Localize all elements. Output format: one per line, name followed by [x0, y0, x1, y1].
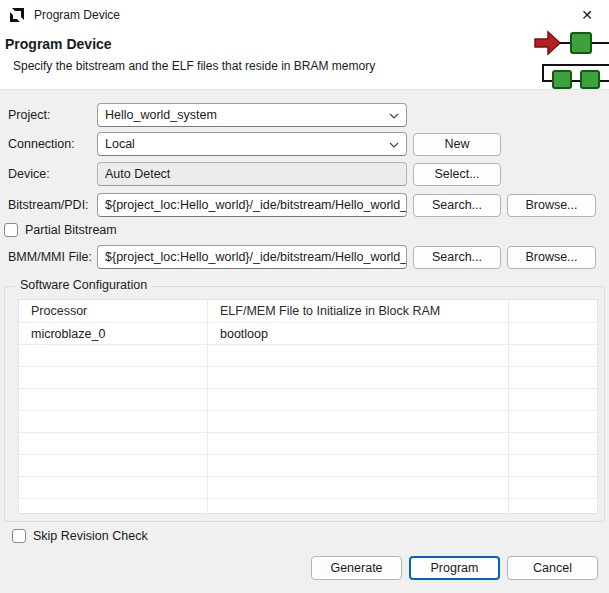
bitstream-input[interactable]: ${project_loc:Hello_world}/_ide/bitstrea…: [97, 193, 407, 217]
table-cell[interactable]: [19, 455, 208, 477]
dialog-body: Project: Hello_world_system Connection: …: [0, 90, 609, 545]
partial-bitstream-row: Partial Bitstream: [4, 221, 605, 239]
table-cell[interactable]: [208, 477, 509, 499]
bmm-label: BMM/MMI File:: [8, 250, 97, 264]
table-cell[interactable]: [509, 433, 597, 455]
partial-bitstream-checkbox[interactable]: [4, 223, 18, 237]
titlebar: Program Device ✕: [0, 0, 609, 29]
table-cell[interactable]: [208, 367, 509, 389]
table-cell[interactable]: bootloop: [208, 323, 509, 345]
table-cell[interactable]: [509, 411, 597, 433]
skip-revision-label: Skip Revision Check: [33, 529, 148, 543]
table-cell[interactable]: [509, 499, 597, 514]
table-row: [19, 389, 597, 411]
table-cell[interactable]: [19, 345, 208, 367]
skip-revision-row: Skip Revision Check: [12, 527, 605, 545]
device-value: Auto Detect: [105, 167, 170, 181]
connection-value: Local: [105, 137, 135, 151]
table-cell[interactable]: [509, 367, 597, 389]
table-cell[interactable]: [208, 433, 509, 455]
table-cell[interactable]: [208, 499, 509, 514]
bitstream-value: ${project_loc:Hello_world}/_ide/bitstrea…: [105, 198, 407, 212]
table-header-cell: Processor: [19, 300, 208, 323]
window-title: Program Device: [34, 8, 120, 22]
bmm-browse-button[interactable]: Browse...: [507, 246, 596, 269]
device-field: Auto Detect: [97, 162, 407, 186]
table-row: [19, 455, 597, 477]
connection-combobox[interactable]: Local: [97, 132, 407, 156]
table-cell[interactable]: [19, 411, 208, 433]
table-row: [19, 499, 597, 514]
table-row: [19, 477, 597, 499]
software-config-table: ProcessorELF/MEM File to Initialize in B…: [18, 299, 598, 514]
dialog-header: Program Device Specify the bitstream and…: [0, 29, 609, 90]
table-cell[interactable]: [509, 455, 597, 477]
skip-revision-checkbox[interactable]: [12, 529, 26, 543]
bitstream-search-button[interactable]: Search...: [413, 194, 501, 217]
bmm-input[interactable]: ${project_loc:Hello_world}/_ide/bitstrea…: [97, 245, 407, 269]
new-connection-button[interactable]: New: [413, 133, 501, 156]
close-icon[interactable]: ✕: [565, 0, 609, 29]
table-row: microblaze_0bootloop: [19, 323, 597, 345]
generate-button[interactable]: Generate: [311, 556, 402, 580]
table-cell[interactable]: [19, 499, 208, 514]
table-header-row: ProcessorELF/MEM File to Initialize in B…: [19, 300, 597, 323]
project-value: Hello_world_system: [105, 108, 217, 122]
table-cell[interactable]: microblaze_0: [19, 323, 208, 345]
table-row: [19, 433, 597, 455]
table-row: [19, 345, 597, 367]
table-cell[interactable]: [509, 477, 597, 499]
table-cell[interactable]: [509, 389, 597, 411]
bitstream-browse-button[interactable]: Browse...: [507, 194, 596, 217]
project-combobox[interactable]: Hello_world_system: [97, 103, 407, 127]
table-cell[interactable]: [208, 389, 509, 411]
table-row: [19, 411, 597, 433]
bmm-search-button[interactable]: Search...: [413, 246, 501, 269]
chevron-down-icon: [389, 137, 399, 151]
page-description: Specify the bitstream and the ELF files …: [13, 59, 609, 73]
program-flow-icon: [533, 29, 609, 89]
program-button[interactable]: Program: [409, 556, 500, 580]
table-header-cell: [509, 300, 597, 323]
table-cell[interactable]: [208, 455, 509, 477]
table-cell[interactable]: [19, 367, 208, 389]
table-row: [19, 367, 597, 389]
partial-bitstream-label: Partial Bitstream: [25, 223, 117, 237]
table-cell[interactable]: [509, 323, 597, 345]
table-cell[interactable]: [19, 433, 208, 455]
table-cell[interactable]: [19, 477, 208, 499]
select-device-button[interactable]: Select...: [413, 163, 501, 186]
table-header-cell: ELF/MEM File to Initialize in Block RAM: [208, 300, 509, 323]
table-cell[interactable]: [208, 345, 509, 367]
project-label: Project:: [8, 108, 97, 122]
software-configuration-title: Software Configuration: [15, 278, 152, 292]
amd-logo-icon: [9, 7, 25, 23]
footer: Generate Program Cancel: [0, 556, 598, 580]
bmm-value: ${project_loc:Hello_world}/_ide/bitstrea…: [105, 250, 407, 264]
page-title: Program Device: [5, 36, 609, 52]
chevron-down-icon: [389, 108, 399, 122]
table-cell[interactable]: [509, 345, 597, 367]
bitstream-label: Bitstream/PDI:: [8, 198, 97, 212]
software-configuration-group: Software Configuration ProcessorELF/MEM …: [4, 286, 605, 522]
device-label: Device:: [8, 167, 97, 181]
cancel-button[interactable]: Cancel: [507, 556, 598, 580]
table-cell[interactable]: [19, 389, 208, 411]
connection-label: Connection:: [8, 137, 97, 151]
table-cell[interactable]: [208, 411, 509, 433]
